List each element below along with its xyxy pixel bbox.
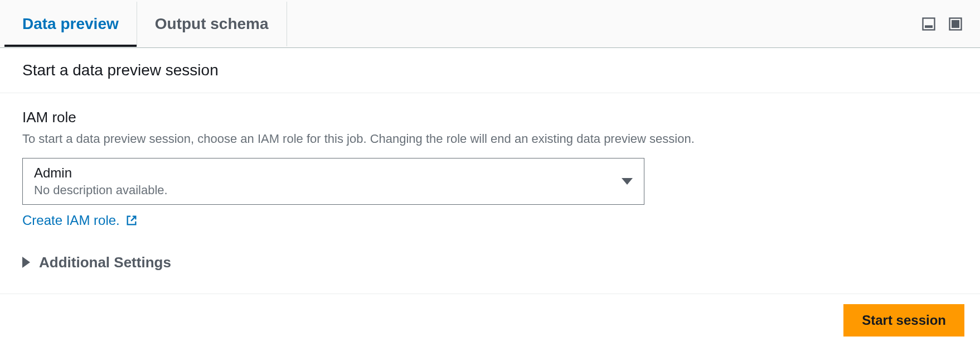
tab-bar: Data preview Output schema (0, 0, 980, 48)
iam-role-selected-subtext: No description available. (34, 183, 168, 198)
create-iam-role-link[interactable]: Create IAM role. (22, 213, 138, 228)
create-iam-role-link-text: Create IAM role. (22, 213, 120, 228)
panel-body: IAM role To start a data preview session… (0, 93, 980, 294)
footer: Start session (0, 294, 980, 346)
tab-action-icons (920, 15, 980, 33)
start-session-button[interactable]: Start session (843, 304, 964, 337)
external-link-icon (125, 214, 138, 227)
iam-role-select-text: Admin No description available. (34, 165, 168, 198)
tab-data-preview[interactable]: Data preview (4, 2, 137, 46)
iam-role-description: To start a data preview session, choose … (22, 131, 958, 148)
svg-rect-1 (925, 25, 933, 28)
iam-role-selected-value: Admin (34, 165, 168, 181)
svg-rect-3 (952, 20, 959, 28)
minimize-panel-icon[interactable] (920, 15, 938, 33)
additional-settings-toggle[interactable]: Additional Settings (22, 254, 958, 271)
section-title: Start a data preview session (0, 48, 980, 93)
maximize-panel-icon[interactable] (947, 15, 964, 33)
iam-role-label: IAM role (22, 109, 958, 126)
svg-rect-0 (923, 18, 935, 30)
tab-output-schema[interactable]: Output schema (137, 2, 287, 46)
additional-settings-label: Additional Settings (39, 254, 171, 271)
caret-right-icon (22, 257, 30, 268)
chevron-down-icon (622, 178, 633, 185)
iam-role-select[interactable]: Admin No description available. (22, 158, 644, 205)
